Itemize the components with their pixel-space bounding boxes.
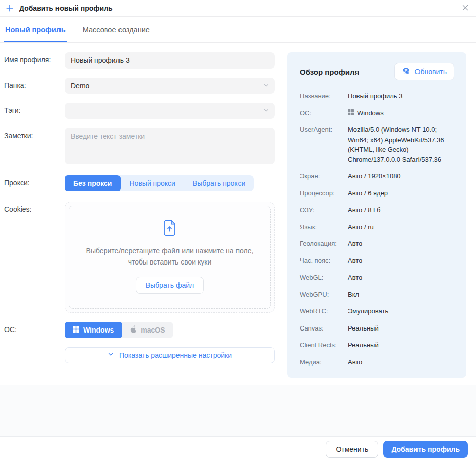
windows-icon [348,109,354,115]
add-profile-button[interactable]: Добавить профиль [383,441,468,458]
overview-row: Процессор: Авто / 6 ядер [300,188,454,199]
tab-new-profile[interactable]: Новый профиль [4,17,67,42]
overview-row-value: Авто / ru [348,222,374,232]
overview-row-label: Язык: [300,222,348,232]
proxy-option-none[interactable]: Без прокси [65,175,121,191]
show-advanced-settings-button[interactable]: Показать расширенные настройки [65,347,275,363]
folder-select[interactable]: Demo [65,78,275,94]
chevron-down-icon [107,351,114,359]
overview-row-value: Вкл [348,290,359,300]
close-icon [462,4,469,13]
cookies-dropzone-text: Выберите/перетащите файл или нажмите на … [79,245,260,268]
overview-row-value: Авто [348,256,362,266]
footer-spacer [0,385,476,436]
overview-row-label: Геолокация: [300,239,348,249]
overview-row-value: Новый профиль 3 [348,91,402,101]
advanced-row: Показать расширенные настройки [4,347,275,363]
tags-label: Тэги: [4,103,65,119]
modal-title: Добавить новый профиль [19,4,113,12]
proxy-row: Прокси: Без прокси Новый прокси Выбрать … [4,175,275,191]
overview-row-value: Windows [357,108,384,118]
os-option-macos[interactable]: macOS [122,322,173,338]
folder-row: Папка: Demo [4,78,275,94]
cookies-label: Cookies: [4,202,65,313]
profile-form: Имя профиля: Папка: Demo Тэги: [4,52,275,385]
overview-row-value: Авто / 8 Гб [348,205,381,215]
folder-label: Папка: [4,78,65,94]
overview-row-value: Эмулировать [348,306,388,316]
overview-row: UserAgent: Mozilla/5.0 (Windows NT 10.0;… [300,125,454,164]
proxy-option-choose[interactable]: Выбрать прокси [184,175,254,191]
overview-row: ОС: Windows [300,108,454,118]
modal-content: Имя профиля: Папка: Demo Тэги: [0,43,476,385]
overview-row: WebGL: Авто [300,273,454,283]
overview-row-label: Canvas: [300,323,348,334]
overview-row-value: Авто / 6 ядер [348,188,388,199]
os-windows-label: Windows [83,326,114,334]
modal-header: Добавить новый профиль [0,0,476,17]
os-label: ОС: [4,322,65,338]
overview-row-value: Авто [348,273,362,283]
proxy-label: Прокси: [4,175,65,191]
overview-row-label: Название: [300,91,348,101]
overview-row-label: WebGL: [300,273,348,283]
tab-bar: Новый профиль Массовое создание [0,17,476,43]
overview-row: ОЗУ: Авто / 8 Гб [300,205,454,215]
add-profile-modal: Добавить новый профиль Новый профиль Мас… [0,0,476,462]
overview-row: Экран: Авто / 1920×1080 [300,171,454,181]
cookies-dropzone-inner: Выберите/перетащите файл или нажмите на … [69,206,271,309]
os-row: ОС: Windows macOS [4,322,275,338]
overview-row-label: ОЗУ: [300,205,348,215]
tags-select[interactable] [65,103,275,119]
overview-row-label: Client Rects: [300,340,348,350]
plus-icon [6,4,14,12]
profile-name-row: Имя профиля: [4,52,275,69]
overview-row-label: Час. пояс: [300,256,348,266]
os-macos-label: macOS [141,326,165,334]
overview-row: WebGPU: Вкл [300,290,454,300]
overview-row-label: WebGPU: [300,290,348,300]
refresh-fingerprint-label: Обновить [415,68,447,76]
cookies-row: Cookies: Выбе [4,202,275,313]
overview-row: Час. пояс: Авто [300,256,454,266]
cookies-dropzone[interactable]: Выберите/перетащите файл или нажмите на … [65,202,275,313]
overview-row-label: Процессор: [300,188,348,199]
folder-select-value: Demo [71,82,89,90]
windows-icon [73,326,79,334]
chevron-down-icon [263,82,270,90]
tab-bulk-creation[interactable]: Массовое создание [82,17,151,42]
profile-name-input[interactable] [65,52,275,69]
overview-row-label: ОС: [300,108,348,118]
fingerprint-icon [402,67,410,77]
os-selector: Windows macOS [65,322,173,338]
refresh-fingerprint-button[interactable]: Обновить [394,63,454,80]
overview-row: Медиа: Авто [300,357,454,367]
advanced-row-spacer [4,347,65,363]
overview-header: Обзор профиля Обновить [300,63,454,80]
overview-rows: Название: Новый профиль 3 ОС: [300,91,454,367]
notes-textarea[interactable] [65,128,275,164]
overview-row: Canvas: Реальный [300,323,454,334]
profile-overview-panel: Обзор профиля Обновить [287,52,466,378]
cancel-button[interactable]: Отменить [326,441,378,458]
proxy-option-new[interactable]: Новый прокси [121,175,184,191]
overview-row-label: Медиа: [300,357,348,367]
modal-footer: Отменить Добавить профиль [0,436,476,462]
overview-row: Язык: Авто / ru [300,222,454,232]
overview-row: Геолокация: Авто [300,239,454,249]
show-advanced-settings-label: Показать расширенные настройки [119,351,232,359]
overview-row-label: UserAgent: [300,125,348,164]
overview-row-value: Mozilla/5.0 (Windows NT 10.0; Win64; x64… [348,125,454,164]
apple-icon [130,325,137,335]
notes-label: Заметки: [4,128,65,166]
overview-row-value: Авто [348,239,362,249]
choose-file-button[interactable]: Выбрать файл [136,277,204,294]
notes-row: Заметки: [4,128,275,166]
overview-row-value: Реальный [348,323,379,334]
chevron-down-icon [263,107,270,115]
overview-row: Client Rects: Реальный [300,340,454,350]
overview-row: WebRTC: Эмулировать [300,306,454,316]
tags-row: Тэги: [4,103,275,119]
os-option-windows[interactable]: Windows [65,322,122,338]
close-button[interactable] [461,3,470,14]
